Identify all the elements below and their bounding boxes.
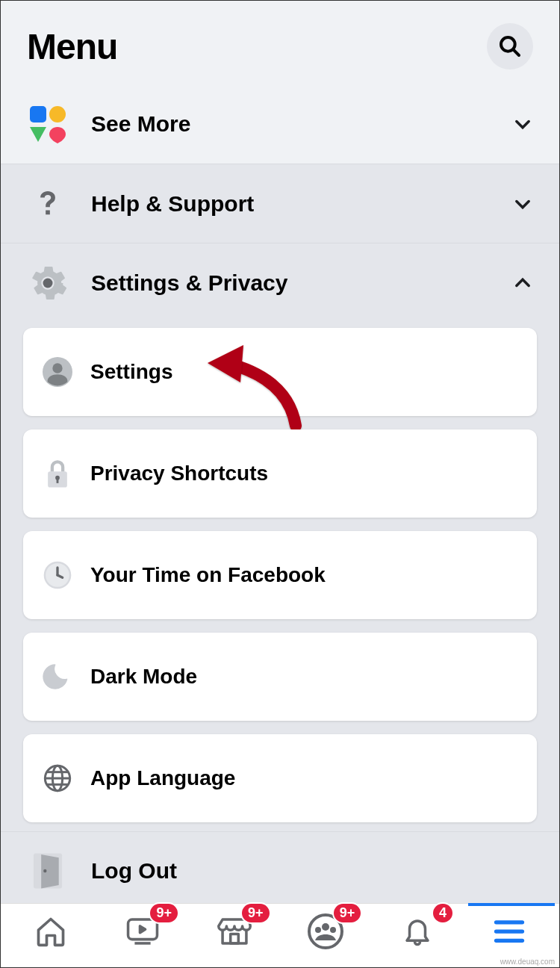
- svg-point-5: [43, 278, 53, 288]
- bell-icon: [402, 914, 433, 949]
- tab-home[interactable]: [31, 913, 71, 950]
- settings-label: Settings: [90, 360, 172, 384]
- lock-icon: [41, 457, 74, 490]
- svg-rect-2: [30, 106, 46, 122]
- watermark: www.deuaq.com: [500, 958, 555, 966]
- your-time-label: Your Time on Facebook: [90, 563, 326, 587]
- tab-marketplace[interactable]: 9+: [214, 913, 255, 950]
- menu-header: Menu: [1, 1, 559, 84]
- notifications-badge: 4: [432, 902, 454, 924]
- tab-groups[interactable]: 9+: [305, 913, 346, 950]
- annotation-arrow: [206, 336, 311, 441]
- chevron-up-icon: [512, 273, 533, 294]
- active-tab-indicator: [468, 903, 555, 906]
- apps-icon: [27, 103, 69, 145]
- app-language-label: App Language: [90, 766, 235, 790]
- gear-icon: [27, 262, 69, 304]
- svg-point-28: [322, 923, 329, 931]
- svg-point-7: [52, 363, 62, 373]
- settings-card[interactable]: Settings: [23, 328, 537, 416]
- help-support-label: Help & Support: [91, 191, 490, 217]
- marketplace-badge: 9+: [240, 902, 271, 924]
- svg-rect-26: [230, 934, 238, 943]
- help-icon: [27, 183, 69, 225]
- home-icon: [34, 915, 67, 948]
- tab-notifications[interactable]: 4: [397, 913, 438, 950]
- svg-marker-4: [30, 127, 46, 142]
- settings-privacy-label: Settings & Privacy: [91, 270, 490, 296]
- moon-icon: [41, 660, 74, 693]
- tab-watch[interactable]: 9+: [122, 913, 163, 950]
- svg-point-30: [330, 927, 336, 933]
- dark-mode-label: Dark Mode: [90, 665, 197, 689]
- see-more-row[interactable]: See More: [1, 84, 559, 164]
- search-icon: [498, 34, 522, 58]
- search-button[interactable]: [487, 23, 533, 69]
- see-more-label: See More: [91, 111, 490, 137]
- settings-privacy-submenu: Settings Privacy Shortcuts Your Time on …: [1, 322, 559, 831]
- clock-icon: [41, 559, 74, 592]
- help-support-row[interactable]: Help & Support: [1, 164, 559, 243]
- page-title: Menu: [27, 26, 117, 67]
- door-icon: [27, 850, 69, 892]
- your-time-card[interactable]: Your Time on Facebook: [23, 531, 537, 619]
- svg-point-3: [49, 106, 66, 122]
- svg-line-1: [514, 50, 519, 55]
- profile-icon: [41, 356, 74, 388]
- chevron-down-icon: [512, 114, 533, 134]
- svg-marker-8: [208, 345, 243, 382]
- watch-badge: 9+: [149, 902, 179, 924]
- privacy-shortcuts-label: Privacy Shortcuts: [90, 462, 268, 485]
- privacy-shortcuts-card[interactable]: Privacy Shortcuts: [23, 429, 537, 518]
- bottom-tab-bar: 9+ 9+ 9+ 4: [1, 903, 559, 967]
- app-language-card[interactable]: App Language: [23, 734, 537, 822]
- dark-mode-card[interactable]: Dark Mode: [23, 633, 537, 721]
- chevron-down-icon: [512, 193, 533, 214]
- svg-point-22: [43, 869, 46, 872]
- groups-badge: 9+: [332, 902, 363, 924]
- svg-marker-24: [140, 925, 145, 932]
- svg-rect-11: [57, 479, 59, 483]
- log-out-label: Log Out: [91, 858, 177, 884]
- globe-icon: [41, 762, 74, 795]
- svg-point-29: [315, 927, 321, 933]
- settings-privacy-row[interactable]: Settings & Privacy: [1, 243, 559, 322]
- hamburger-icon: [494, 918, 525, 945]
- tab-menu[interactable]: [489, 913, 529, 950]
